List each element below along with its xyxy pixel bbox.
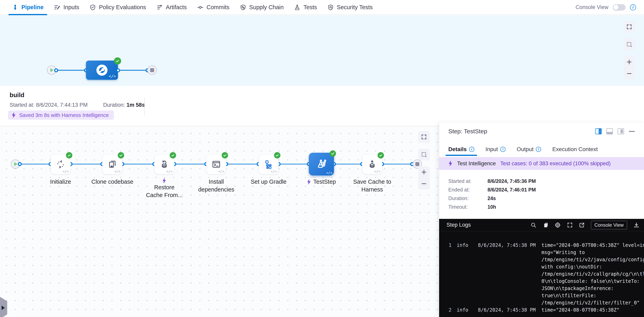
log-level: info — [457, 242, 478, 306]
zoom-out-button[interactable] — [624, 68, 635, 79]
test-intelligence-banner[interactable]: Test Intelligence Test cases: 0 of 383 e… — [439, 157, 644, 170]
tab-policy-evaluations[interactable]: Policy Evaluations — [90, 0, 146, 15]
duration-value: 1m 58s — [126, 102, 145, 108]
download-icon[interactable] — [633, 222, 640, 228]
tab-input[interactable]: Input i — [486, 143, 506, 156]
tab-details[interactable]: Details i — [448, 143, 474, 156]
log-message-line: with config:\noutDir: — [542, 263, 644, 270]
stage-title: build — [10, 92, 24, 99]
step-label-clone-codebase: Clone codebase — [86, 178, 138, 186]
tab-label: Policy Evaluations — [99, 4, 146, 10]
fullscreen-icon[interactable] — [567, 222, 573, 228]
step-node-install-dependencies[interactable]: </> — [206, 154, 226, 174]
console-view-toggle[interactable] — [613, 4, 626, 10]
success-check-icon — [170, 152, 176, 158]
success-check-icon — [114, 57, 121, 64]
play-icon — [50, 68, 54, 72]
edge — [70, 164, 102, 164]
code-glyph-icon: </> — [271, 170, 277, 174]
tab-label: Inputs — [63, 4, 79, 10]
tab-supply-chain[interactable]: Supply Chain — [240, 0, 284, 15]
marquee-select-button[interactable] — [418, 149, 430, 160]
open-in-new-icon[interactable] — [579, 222, 585, 228]
step-node-teststep[interactable]: </> — [309, 153, 334, 176]
collapse-panel-button[interactable] — [629, 131, 635, 132]
marquee-select-button[interactable] — [624, 38, 635, 50]
step-panel-tabs: Details i Input i Output i Execution Con… — [448, 143, 644, 156]
zoom-controls — [418, 166, 430, 190]
detail-row-timeout: Timeout: 10h — [448, 204, 496, 210]
tab-commits[interactable]: Commits — [197, 0, 229, 15]
info-icon[interactable]: i — [630, 4, 636, 10]
tab-label: Security Tests — [337, 4, 373, 10]
edge — [20, 164, 50, 164]
step-panel-title: Step: TestStep — [448, 128, 487, 135]
log-message-line: 0\n\tlogConsole: false\n\twriteTo: — [542, 278, 644, 285]
tab-security-tests[interactable]: Security Tests — [328, 0, 373, 15]
fullscreen-button[interactable] — [418, 131, 430, 143]
step-node-setup-gradle[interactable]: </> — [259, 154, 279, 174]
lightning-bolt-icon — [162, 178, 166, 184]
layout-right-icon[interactable] — [618, 128, 624, 134]
log-entry: 1 info 8/6/2024, 7:45:38 PM time="2024-0… — [439, 242, 644, 306]
tab-pipeline[interactable]: Pipeline — [12, 0, 44, 15]
settings-gear-icon[interactable] — [554, 222, 561, 228]
tab-execution-context[interactable]: Execution Context — [552, 143, 598, 156]
step-node-initialize[interactable]: </> — [50, 154, 70, 174]
info-icon[interactable]: i — [469, 147, 474, 152]
log-message-line: time="2024-08-07T00:45:38Z" — [542, 306, 620, 314]
savings-badge-label: Saved 3m 8s with Harness Intelligence — [19, 112, 109, 118]
step-node-restore-cache[interactable]: </> — [154, 154, 174, 174]
pipeline-execution-page: Pipeline Inputs Policy Evaluations Artif… — [0, 0, 644, 317]
edge — [279, 164, 309, 164]
tab-label: Details — [448, 146, 467, 152]
tab-artifacts[interactable]: Artifacts — [156, 0, 187, 15]
step-node-save-cache[interactable]: </> — [362, 154, 382, 174]
stage-graph-canvas[interactable]: </> build — [0, 16, 644, 86]
detail-row-duration: Duration: 24s — [448, 196, 496, 201]
detail-value: 10h — [488, 204, 496, 210]
shield-link-icon — [240, 4, 246, 10]
stage-end-node[interactable] — [148, 66, 157, 75]
success-check-icon — [274, 152, 280, 158]
edge — [334, 164, 362, 164]
toggle-knob — [614, 5, 618, 10]
edge — [226, 164, 259, 164]
tab-output[interactable]: Output i — [517, 143, 541, 156]
console-view-button[interactable]: Console View — [591, 221, 627, 230]
copy-icon[interactable] — [542, 222, 548, 228]
log-line-number: 1 — [439, 242, 452, 306]
divider — [144, 97, 145, 116]
layout-split-right-icon[interactable] — [595, 128, 602, 134]
step-graph-canvas[interactable]: </> </> </> </> — [0, 126, 439, 317]
zoom-in-button[interactable] — [624, 56, 635, 68]
stage-node-build[interactable]: </> — [86, 60, 118, 80]
lightning-bolt-icon — [448, 160, 453, 166]
tab-label: Tests — [304, 4, 317, 10]
info-icon[interactable]: i — [500, 147, 506, 152]
code-glyph-icon: </> — [109, 74, 116, 78]
info-icon[interactable]: i — [536, 147, 541, 152]
zoom-out-button[interactable] — [418, 178, 430, 190]
step-canvas-controls — [418, 131, 430, 190]
gradle-dag-icon — [264, 159, 274, 170]
step-label-text: Initialize — [50, 178, 71, 186]
harness-intelligence-badge[interactable]: Saved 3m 8s with Harness Intelligence — [8, 110, 114, 120]
step-panel-header: Step: TestStep — [439, 123, 644, 140]
fullscreen-button[interactable] — [624, 21, 635, 32]
log-message: time="2024-08-07T00:45:38Z" — [542, 306, 620, 314]
log-message-line: JSON\n\tpackageInference: — [542, 285, 644, 292]
log-line-number: 2 — [439, 306, 452, 314]
tab-tests[interactable]: Tests — [294, 0, 317, 15]
layout-bottom-icon[interactable] — [606, 128, 613, 134]
detail-label: Started at: — [448, 178, 488, 184]
restore-cache-icon — [160, 160, 169, 169]
log-output[interactable]: 1 info 8/6/2024, 7:45:38 PM time="2024-0… — [439, 231, 644, 317]
step-logs-panel: Step Logs Console View 1 info 8/6/2024, … — [439, 219, 644, 317]
zoom-in-button[interactable] — [418, 166, 430, 178]
search-icon[interactable] — [530, 222, 536, 228]
step-details-panel: Step: TestStep Details i Input i Output … — [439, 123, 644, 317]
step-node-clone-codebase[interactable]: </> — [102, 154, 122, 174]
tab-inputs[interactable]: Inputs — [54, 0, 79, 15]
step-logs-title: Step Logs — [446, 222, 471, 228]
